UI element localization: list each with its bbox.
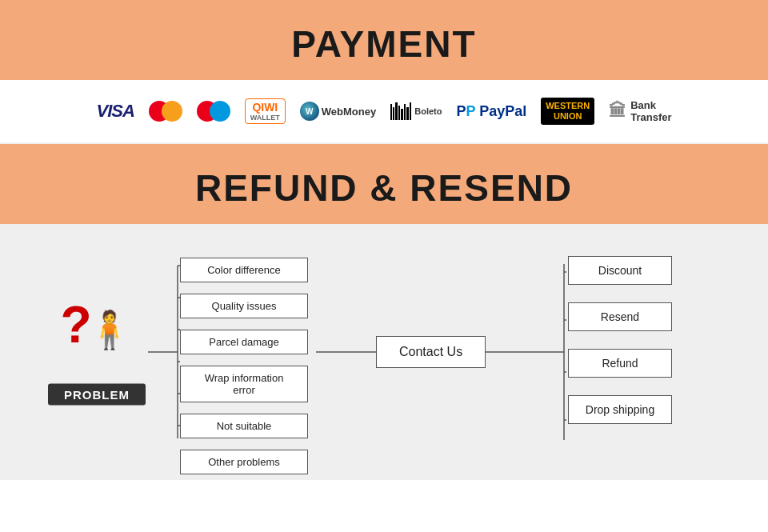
wu-text1: WESTERN <box>546 101 590 111</box>
visa-text: VISA <box>96 101 134 122</box>
webmoney-icon: W <box>300 102 319 121</box>
webmoney-text: WebMoney <box>322 106 376 118</box>
maestro-right <box>210 101 230 122</box>
qiwi-text: QIWI <box>252 101 278 114</box>
refund-section: REFUND & RESEND <box>0 144 768 224</box>
bank-text: BankTransfer <box>630 99 671 123</box>
solutions-column: Discount Resend Refund Drop shipping <box>568 248 672 430</box>
flow-diagram: ? 🧍 PROBLEM Color difference Quality iss… <box>40 248 728 456</box>
mastercard-logo <box>149 101 182 122</box>
payment-title: PAYMENT <box>0 22 768 66</box>
bank-icon: 🏛 <box>609 101 626 122</box>
problem-parcel-damage: Parcel damage <box>180 330 308 354</box>
paypal-text: PP PayPal <box>456 103 526 120</box>
bar5 <box>401 109 403 120</box>
problem-color-difference: Color difference <box>180 258 308 282</box>
problem-image: ? 🧍 <box>59 299 135 379</box>
qiwi-logo: QIWI WALLET <box>245 98 286 124</box>
boleto-text: Boleto <box>414 106 442 116</box>
diagram-section: ? 🧍 PROBLEM Color difference Quality iss… <box>0 224 768 480</box>
western-union-logo: WESTERN UNION <box>541 98 594 125</box>
solution-resend: Resend <box>568 302 672 331</box>
stick-figure: ? 🧍 <box>59 299 135 379</box>
contact-label[interactable]: Contact Us <box>376 336 486 368</box>
paypal-p: P <box>456 103 466 119</box>
visa-logo: VISA <box>96 101 134 122</box>
problem-other: Other problems <box>180 450 308 474</box>
webmoney-logo: W WebMoney <box>300 102 376 121</box>
refund-title: REFUND & RESEND <box>0 166 768 210</box>
solution-drop-shipping: Drop shipping <box>568 395 672 424</box>
problem-figure: ? 🧍 PROBLEM <box>48 299 146 406</box>
bar1 <box>390 104 392 120</box>
qiwi-box: QIWI WALLET <box>245 98 286 124</box>
paypal-logo: PP PayPal <box>456 103 526 120</box>
person-emoji: 🧍 <box>86 311 132 348</box>
paypal-rest: PayPal <box>475 103 526 119</box>
bar2 <box>393 107 394 120</box>
qiwi-wallet-text: WALLET <box>250 114 280 122</box>
problems-column: Color difference Quality issues Parcel d… <box>180 248 308 478</box>
bar6 <box>404 104 406 120</box>
barcode-graphic <box>390 102 411 120</box>
bar4 <box>398 106 400 120</box>
mc-orange-circle <box>162 101 182 122</box>
wu-text2: UNION <box>546 111 590 122</box>
bar3 <box>395 102 398 120</box>
solution-discount: Discount <box>568 256 672 285</box>
maestro-logo <box>197 101 230 122</box>
payment-section: PAYMENT <box>0 0 768 80</box>
paypal-p2: P <box>466 103 475 119</box>
bar8 <box>410 102 411 120</box>
contact-box[interactable]: Contact Us <box>376 336 486 368</box>
problem-quality-issues: Quality issues <box>180 294 308 318</box>
problem-not-suitable: Not suitable <box>180 414 308 438</box>
boleto-logo: Boleto <box>390 102 442 120</box>
solution-refund: Refund <box>568 349 672 378</box>
bank-transfer-logo: 🏛 BankTransfer <box>609 99 671 123</box>
problem-label: PROBLEM <box>48 384 146 406</box>
bar7 <box>406 107 409 120</box>
payment-logos: VISA QIWI WALLET W WebMoney Bo <box>0 80 768 144</box>
problem-wrap-info-error: Wrap information error <box>180 366 308 402</box>
wu-box: WESTERN UNION <box>541 98 594 125</box>
